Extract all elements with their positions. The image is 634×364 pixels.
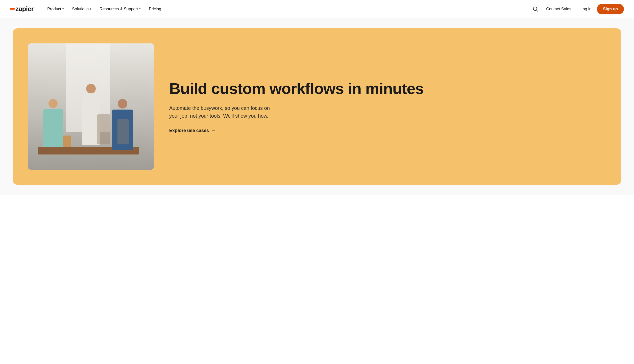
logo-text: zapier bbox=[15, 5, 34, 13]
hero-content: Build custom workflows in minutes Automa… bbox=[169, 80, 606, 133]
background-person-2 bbox=[117, 119, 129, 144]
product-label: Product bbox=[47, 7, 61, 11]
hero-image bbox=[28, 43, 154, 170]
main-content: Build custom workflows in minutes Automa… bbox=[0, 18, 634, 195]
login-link[interactable]: Log in bbox=[577, 5, 595, 13]
background-person-1 bbox=[97, 114, 110, 144]
arrow-right-icon: → bbox=[211, 128, 215, 133]
hero-cta-link[interactable]: Explore use cases → bbox=[169, 128, 215, 133]
person-head bbox=[48, 99, 58, 108]
chevron-down-icon: ▾ bbox=[90, 7, 91, 11]
person-body bbox=[43, 109, 63, 147]
chevron-down-icon: ▾ bbox=[139, 7, 141, 11]
hero-headline: Build custom workflows in minutes bbox=[169, 80, 606, 97]
nav-item-resources[interactable]: Resources & Support ▾ bbox=[96, 5, 144, 13]
person-head bbox=[86, 84, 96, 93]
logo: zapier bbox=[10, 5, 34, 13]
svg-line-1 bbox=[537, 10, 538, 11]
search-button[interactable] bbox=[530, 4, 541, 14]
pricing-label: Pricing bbox=[149, 7, 161, 11]
logo-link[interactable]: zapier bbox=[10, 5, 34, 13]
logo-mark bbox=[10, 8, 15, 10]
nav-item-pricing[interactable]: Pricing bbox=[145, 5, 165, 13]
contact-sales-link[interactable]: Contact Sales bbox=[543, 5, 575, 13]
person-head bbox=[118, 99, 127, 109]
navigation: zapier Product ▾ Solutions ▾ Resources &… bbox=[0, 0, 634, 18]
chevron-down-icon: ▾ bbox=[62, 7, 64, 11]
office-photo bbox=[28, 43, 154, 170]
hero-subtext: Automate the busywork, so you can focus … bbox=[169, 104, 280, 120]
person-seated-left bbox=[40, 99, 66, 149]
nav-item-product[interactable]: Product ▾ bbox=[44, 5, 67, 13]
resources-label: Resources & Support bbox=[100, 7, 138, 11]
signup-button[interactable]: Sign up bbox=[597, 4, 624, 14]
hero-cta-label: Explore use cases bbox=[169, 128, 209, 133]
nav-links: Product ▾ Solutions ▾ Resources & Suppor… bbox=[44, 5, 530, 13]
nav-item-solutions[interactable]: Solutions ▾ bbox=[68, 5, 95, 13]
hero-section: Build custom workflows in minutes Automa… bbox=[13, 28, 621, 185]
solutions-label: Solutions bbox=[72, 7, 89, 11]
search-icon bbox=[533, 6, 538, 12]
nav-right: Contact Sales Log in Sign up bbox=[530, 4, 624, 14]
